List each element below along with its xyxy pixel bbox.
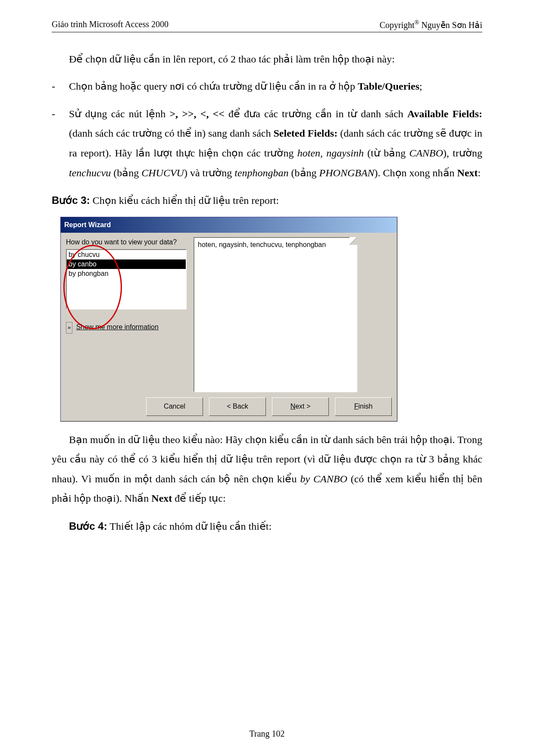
bullet-1: - Chọn bảng hoặc query nơi có chứa trườn… <box>52 77 482 97</box>
header-left: Giáo trình Microsoft Access 2000 <box>52 19 169 30</box>
finish-button[interactable]: Finish <box>335 397 392 415</box>
report-wizard-dialog: Report Wizard How do you want to view yo… <box>60 217 397 422</box>
bullet-2: - Sử dụng các nút lệnh >, >>, <, << để đ… <box>52 104 482 183</box>
intro-paragraph: Để chọn dữ liệu cần in lên report, có 2 … <box>52 50 482 69</box>
header-right: Copyright® Nguyễn Sơn Hải <box>380 19 482 30</box>
page-header: Giáo trình Microsoft Access 2000 Copyrig… <box>52 19 482 32</box>
preview-panel: hoten, ngaysinh, tenchucvu, tenphongban <box>194 237 357 392</box>
annotation-circle-icon <box>63 245 122 329</box>
back-button[interactable]: < Back <box>209 397 266 415</box>
double-arrow-icon: » <box>66 322 72 334</box>
after-dialog-paragraph: Bạn muốn in dữ liệu theo kiểu nào: Hãy c… <box>52 430 482 509</box>
page-number: Trang 102 <box>0 729 534 739</box>
dialog-question: How do you want to view your data? <box>66 238 187 247</box>
step-3: Bước 3: Chọn kiểu cách hiển thị dữ liệu … <box>52 191 482 211</box>
dialog-title: Report Wizard <box>61 217 397 233</box>
step-4: Bước 4: Thiết lập các nhóm dữ liệu cần t… <box>52 516 482 537</box>
cancel-button[interactable]: Cancel <box>146 397 203 415</box>
next-button[interactable]: Next > <box>272 397 329 415</box>
